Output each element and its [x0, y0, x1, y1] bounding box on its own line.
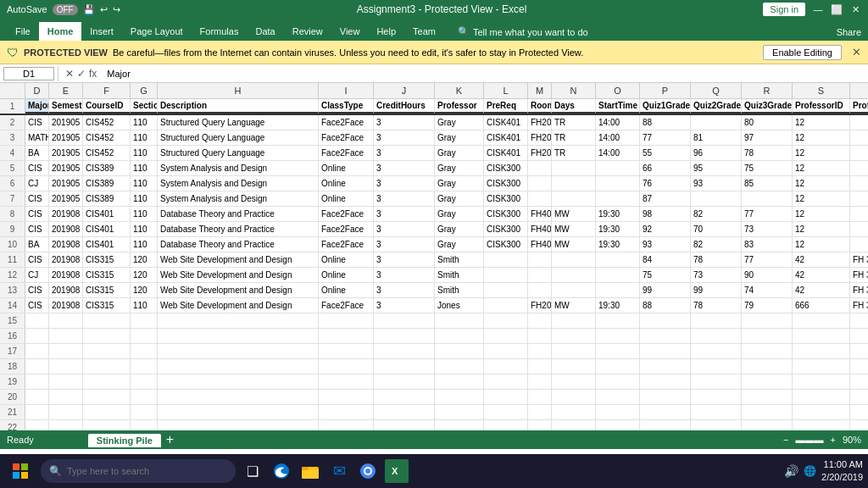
- cell-J16[interactable]: [374, 329, 435, 343]
- cell-M8[interactable]: FH407: [528, 207, 552, 221]
- cell-M3[interactable]: FH207: [528, 130, 552, 145]
- cell-M7[interactable]: [528, 191, 552, 206]
- cell-I13[interactable]: Online: [319, 283, 374, 297]
- cell-S16[interactable]: [793, 329, 850, 343]
- cell-K12[interactable]: Smith: [435, 268, 484, 282]
- cell-G15[interactable]: [131, 313, 158, 328]
- col-header-M[interactable]: M: [528, 83, 552, 98]
- sheet-tab-stinking-pile[interactable]: Stinking Pile: [88, 434, 161, 447]
- col-header-T[interactable]: T: [850, 83, 868, 98]
- cell-D6[interactable]: CJ: [25, 176, 49, 191]
- cell-E16[interactable]: [49, 329, 83, 343]
- cell-G7[interactable]: 110: [131, 191, 158, 206]
- cell-F21[interactable]: [83, 405, 131, 419]
- col-header-S[interactable]: S: [793, 83, 850, 98]
- cell-R12[interactable]: 90: [742, 268, 793, 282]
- cell-M21[interactable]: [528, 405, 552, 419]
- cell-D16[interactable]: [25, 329, 49, 343]
- cell-K1[interactable]: Professor: [435, 99, 484, 114]
- col-header-Q[interactable]: Q: [691, 83, 742, 98]
- cell-T14[interactable]: FH 319A: [850, 298, 868, 313]
- cell-S21[interactable]: [793, 405, 850, 419]
- cell-E10[interactable]: 201908: [49, 237, 83, 252]
- minimize-button[interactable]: —: [812, 3, 824, 15]
- cell-G14[interactable]: 110: [131, 298, 158, 313]
- tab-home[interactable]: Home: [39, 22, 82, 41]
- cell-N12[interactable]: [552, 268, 596, 282]
- cell-L7[interactable]: CISK300: [484, 191, 528, 206]
- cell-O2[interactable]: 14:00: [596, 115, 640, 130]
- cell-G11[interactable]: 120: [131, 252, 158, 267]
- cell-T21[interactable]: [850, 405, 868, 419]
- zoom-out-icon[interactable]: −: [783, 435, 788, 445]
- cell-S7[interactable]: 12: [793, 191, 850, 206]
- cell-L14[interactable]: [484, 298, 528, 313]
- cell-R13[interactable]: 74: [742, 283, 793, 297]
- cell-L11[interactable]: [484, 252, 528, 267]
- signin-button[interactable]: Sign in: [763, 3, 805, 16]
- cell-E4[interactable]: 201905: [49, 146, 83, 160]
- cell-T20[interactable]: [850, 390, 868, 404]
- cell-D2[interactable]: CIS: [25, 115, 49, 130]
- cell-D3[interactable]: MATH: [25, 130, 49, 145]
- cell-H19[interactable]: [158, 374, 319, 389]
- cell-L13[interactable]: [484, 283, 528, 297]
- cell-I7[interactable]: Online: [319, 191, 374, 206]
- cell-F8[interactable]: CIS401: [83, 207, 131, 221]
- cell-M10[interactable]: FH407: [528, 237, 552, 252]
- cell-P9[interactable]: 92: [640, 222, 691, 236]
- cell-D12[interactable]: CJ: [25, 268, 49, 282]
- taskbar-search[interactable]: 🔍: [41, 459, 236, 483]
- cell-I18[interactable]: [319, 359, 374, 374]
- cell-Q12[interactable]: 73: [691, 268, 742, 282]
- insert-function-icon[interactable]: fx: [89, 68, 97, 80]
- cell-T13[interactable]: FH 318H: [850, 283, 868, 297]
- cell-T15[interactable]: [850, 313, 868, 328]
- cell-F17[interactable]: [83, 344, 131, 358]
- cell-N14[interactable]: MW: [552, 298, 596, 313]
- mail-icon[interactable]: ✉: [327, 459, 351, 483]
- cell-Q3[interactable]: 81: [691, 130, 742, 145]
- cell-D15[interactable]: [25, 313, 49, 328]
- cell-K18[interactable]: [435, 359, 484, 374]
- cell-T2[interactable]: [850, 115, 868, 130]
- col-header-F[interactable]: F: [83, 83, 131, 98]
- cell-H14[interactable]: Web Site Development and Design: [158, 298, 319, 313]
- cell-F9[interactable]: CIS401: [83, 222, 131, 236]
- cell-F20[interactable]: [83, 390, 131, 404]
- cell-F5[interactable]: CIS389: [83, 161, 131, 175]
- cell-G13[interactable]: 120: [131, 283, 158, 297]
- cell-O12[interactable]: [596, 268, 640, 282]
- cell-H3[interactable]: Structured Query Language: [158, 130, 319, 145]
- cell-T9[interactable]: [850, 222, 868, 236]
- cell-P3[interactable]: 77: [640, 130, 691, 145]
- cell-Q8[interactable]: 82: [691, 207, 742, 221]
- cell-G6[interactable]: 110: [131, 176, 158, 191]
- cell-D10[interactable]: BA: [25, 237, 49, 252]
- cell-K7[interactable]: Gray: [435, 191, 484, 206]
- cell-K6[interactable]: Gray: [435, 176, 484, 191]
- cell-L9[interactable]: CISK300: [484, 222, 528, 236]
- cell-J5[interactable]: 3: [374, 161, 435, 175]
- cell-T17[interactable]: [850, 344, 868, 358]
- cell-O18[interactable]: [596, 359, 640, 374]
- cell-J11[interactable]: 3: [374, 252, 435, 267]
- cell-R10[interactable]: 83: [742, 237, 793, 252]
- col-header-J[interactable]: J: [374, 83, 435, 98]
- cell-S1[interactable]: ProfessorID: [793, 99, 850, 114]
- cell-T8[interactable]: [850, 207, 868, 221]
- cell-Q18[interactable]: [691, 359, 742, 374]
- cell-N5[interactable]: [552, 161, 596, 175]
- cell-D19[interactable]: [25, 374, 49, 389]
- cell-O22[interactable]: [596, 420, 640, 430]
- cell-S8[interactable]: 12: [793, 207, 850, 221]
- cell-S19[interactable]: [793, 374, 850, 389]
- cell-T3[interactable]: [850, 130, 868, 145]
- cell-P7[interactable]: 87: [640, 191, 691, 206]
- col-header-K[interactable]: K: [435, 83, 484, 98]
- cell-F4[interactable]: CIS452: [83, 146, 131, 160]
- cell-R20[interactable]: [742, 390, 793, 404]
- cell-Q4[interactable]: 96: [691, 146, 742, 160]
- cell-D9[interactable]: CIS: [25, 222, 49, 236]
- cell-T19[interactable]: [850, 374, 868, 389]
